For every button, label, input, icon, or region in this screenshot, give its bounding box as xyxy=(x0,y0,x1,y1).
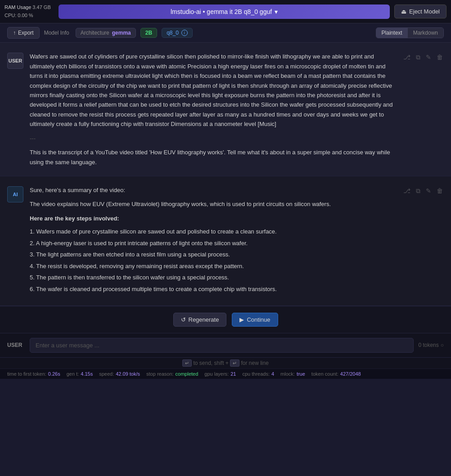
regen-label: Regenerate xyxy=(189,316,219,323)
arch-label: Architecture xyxy=(81,30,109,36)
ai-step-3: 3. The light patterns are then etched in… xyxy=(30,250,396,259)
token-count-icon: ○ xyxy=(441,342,444,348)
enter-key: ↵ xyxy=(182,359,192,367)
ttft-label: time to first token: xyxy=(7,371,46,377)
quant-info-icon[interactable]: i xyxy=(181,30,188,36)
token-count-label: token count: xyxy=(311,371,338,377)
message-input[interactable] xyxy=(30,338,414,353)
stop-label: stop reason: xyxy=(146,371,174,377)
eject-label: Eject Model xyxy=(409,8,440,15)
stat-token-count: token count: 427/2048 xyxy=(311,371,361,377)
ai-step-5: 5. The pattern is then transferred to th… xyxy=(30,273,396,282)
stat-speed: speed: 42.09 tok/s xyxy=(99,371,140,377)
user-avatar: USER xyxy=(7,53,23,69)
cpu-threads-value: 4 xyxy=(271,371,274,377)
shift-enter-key: ↵ xyxy=(230,359,239,367)
message-separator: --- xyxy=(30,134,396,143)
regen-icon: ↺ xyxy=(181,316,186,323)
markdown-toggle[interactable]: Markdown xyxy=(408,28,443,38)
speed-label: speed: xyxy=(99,371,114,377)
eject-button[interactable]: ⏏ Eject Model xyxy=(394,4,446,18)
stat-cpu: cpu threads: 4 xyxy=(242,371,274,377)
export-button[interactable]: ↑ Export xyxy=(7,27,40,39)
mlock-value: true xyxy=(297,371,305,377)
gpu-value: 21 xyxy=(230,371,236,377)
cpu-label: CPU: xyxy=(5,13,16,18)
ai-key-steps: Here are the key steps involved: xyxy=(30,214,396,223)
user-message-text: Wafers are sawed out of cylinders of pur… xyxy=(30,52,396,129)
continue-label: Continue xyxy=(247,316,270,323)
info-bar: ↑ Export Model Info Architecture gemma 2… xyxy=(0,23,451,43)
plaintext-toggle[interactable]: Plaintext xyxy=(376,28,408,38)
mlock-label: mlock: xyxy=(280,371,295,377)
ai-branch-icon[interactable]: ⎇ xyxy=(402,186,411,195)
bottom-controls: ↺ Regenerate ▶ Continue xyxy=(0,306,451,333)
gen-value: 4.15s xyxy=(81,371,93,377)
status-bar: time to first token: 0.26s gen t: 4.15s … xyxy=(0,368,451,379)
input-row: USER 0 tokens ○ xyxy=(0,333,451,358)
ai-step-1: 1. Wafers made of pure crystalline silic… xyxy=(30,227,396,236)
gpu-label: gpu layers: xyxy=(204,371,229,377)
system-stats: RAM Usage 3.47 GB CPU: 0.00 % xyxy=(5,4,54,19)
token-count-value: 0 tokens xyxy=(418,342,438,348)
enter-text: to send, shift + xyxy=(193,360,228,366)
branch-icon[interactable]: ⎇ xyxy=(402,53,411,62)
stat-mlock: mlock: true xyxy=(280,371,305,377)
cpu-threads-label: cpu threads: xyxy=(242,371,270,377)
view-toggle: Plaintext Markdown xyxy=(376,27,444,38)
param-value: 2B xyxy=(145,30,152,36)
chat-area: USER Wafers are sawed out of cylinders o… xyxy=(0,43,451,306)
model-info-label: Model Info xyxy=(44,30,69,36)
quant-badge: q8_0 i xyxy=(162,28,193,38)
model-title: lmstudio-ai • gemma it 2B q8_0 gguf xyxy=(171,8,272,15)
eject-icon: ⏏ xyxy=(401,8,406,15)
model-title-bar[interactable]: lmstudio-ai • gemma it 2B q8_0 gguf ▾ xyxy=(59,4,390,19)
stat-gpu: gpu layers: 21 xyxy=(204,371,236,377)
ai-avatar: AI xyxy=(7,186,23,202)
ai-step-2: 2. A high-energy laser is used to print … xyxy=(30,238,396,248)
top-bar: RAM Usage 3.47 GB CPU: 0.00 % lmstudio-a… xyxy=(0,0,451,23)
ram-value: 3.47 GB xyxy=(32,4,50,10)
ai-copy-icon[interactable]: ⧉ xyxy=(415,186,421,196)
ai-message-content: Sure, here's a summary of the video: The… xyxy=(30,185,396,296)
export-label: Export xyxy=(18,30,34,36)
ai-intro: Sure, here's a summary of the video: xyxy=(30,185,396,195)
user-message-block: USER Wafers are sawed out of cylinders o… xyxy=(0,43,451,176)
stat-stop: stop reason: completed xyxy=(146,371,198,377)
gen-label: gen t: xyxy=(67,371,79,377)
keyboard-hint: ↵ to send, shift + ↵ for new line xyxy=(0,358,451,368)
architecture-badge: Architecture gemma xyxy=(76,28,136,38)
stat-ttft: time to first token: 0.26s xyxy=(7,371,60,377)
delete-icon[interactable]: 🗑 xyxy=(436,53,444,62)
ai-edit-icon[interactable]: ✎ xyxy=(425,186,432,195)
cpu-value: 0.00 % xyxy=(18,13,33,18)
input-user-label: USER xyxy=(7,342,25,348)
title-chevron: ▾ xyxy=(275,8,278,15)
user-message-content: Wafers are sawed out of cylinders of pur… xyxy=(30,52,396,167)
token-count: 0 tokens ○ xyxy=(418,342,444,348)
regenerate-button[interactable]: ↺ Regenerate xyxy=(173,313,227,327)
export-icon: ↑ xyxy=(13,30,16,36)
ai-step-4: 4. The resist is developed, removing any… xyxy=(30,261,396,271)
arch-value: gemma xyxy=(112,30,131,36)
speed-value: 42.09 tok/s xyxy=(116,371,140,377)
stop-value: completed xyxy=(176,371,198,377)
continue-button[interactable]: ▶ Continue xyxy=(232,313,278,327)
user-prompt-text: This is the transcript of a YouTube vide… xyxy=(30,148,396,167)
ai-message-actions: ⎇ ⧉ ✎ 🗑 xyxy=(402,185,444,296)
quant-value: q8_0 xyxy=(167,30,179,36)
ai-delete-icon[interactable]: 🗑 xyxy=(436,186,444,195)
ai-message-block: AI Sure, here's a summary of the video: … xyxy=(0,176,451,306)
ttft-value: 0.26s xyxy=(48,371,60,377)
token-count-stat-value: 427/2048 xyxy=(340,371,361,377)
continue-icon: ▶ xyxy=(239,316,244,323)
user-message-actions: ⎇ ⧉ ✎ 🗑 xyxy=(402,52,444,167)
stat-gen: gen t: 4.15s xyxy=(67,371,93,377)
shift-text: for new line xyxy=(241,360,269,366)
ai-line1: The video explains how EUV (Extreme Ultr… xyxy=(30,199,396,209)
ram-label: RAM Usage xyxy=(5,4,31,10)
copy-icon[interactable]: ⧉ xyxy=(415,53,421,62)
param-badge: 2B xyxy=(140,28,157,38)
ai-step-6: 6. The wafer is cleaned and processed mu… xyxy=(30,284,396,294)
edit-icon[interactable]: ✎ xyxy=(425,53,432,62)
